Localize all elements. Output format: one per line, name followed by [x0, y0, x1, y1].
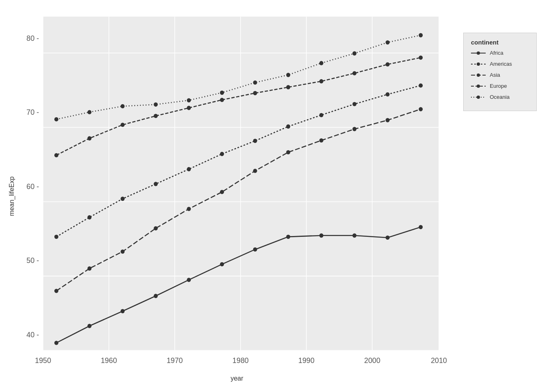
svg-point-66 — [220, 98, 224, 102]
legend-item-americas: Americas — [471, 61, 529, 67]
svg-point-65 — [187, 106, 191, 110]
svg-point-52 — [154, 226, 158, 230]
svg-point-77 — [187, 98, 191, 102]
svg-point-73 — [54, 117, 58, 121]
svg-text:1950: 1950 — [35, 356, 51, 365]
svg-point-47 — [386, 92, 390, 96]
svg-point-72 — [419, 56, 423, 60]
legend-label-asia: Asia — [490, 72, 500, 78]
svg-point-69 — [319, 79, 324, 83]
svg-point-63 — [121, 122, 125, 127]
svg-point-26 — [87, 324, 92, 328]
svg-point-41 — [187, 167, 191, 171]
svg-point-29 — [187, 278, 191, 282]
chart-and-legend: 1950 1960 1970 1980 1990 2000 2010 40 - … — [19, 8, 541, 384]
svg-point-80 — [286, 73, 290, 77]
svg-point-38 — [87, 215, 92, 219]
svg-text:70 -: 70 - — [27, 108, 39, 116]
svg-point-74 — [87, 110, 92, 114]
legend-item-africa: Africa — [471, 50, 529, 56]
svg-point-55 — [253, 169, 257, 173]
chart-svg: 1950 1960 1970 1980 1990 2000 2010 40 - … — [19, 8, 455, 372]
svg-point-33 — [319, 234, 324, 238]
svg-point-83 — [386, 40, 390, 45]
svg-point-51 — [121, 249, 125, 254]
svg-point-82 — [353, 51, 357, 56]
legend-item-europe: Europe — [471, 83, 529, 89]
legend-label-africa: Africa — [490, 50, 503, 56]
legend-item-asia: Asia — [471, 72, 529, 78]
svg-point-27 — [121, 309, 125, 313]
svg-point-25 — [54, 341, 58, 345]
svg-point-57 — [319, 138, 324, 143]
svg-point-67 — [253, 91, 257, 95]
svg-point-50 — [87, 266, 92, 270]
svg-point-62 — [87, 136, 92, 140]
svg-point-94 — [477, 96, 480, 99]
svg-point-53 — [187, 207, 191, 211]
svg-point-92 — [477, 85, 480, 88]
svg-point-88 — [477, 62, 480, 66]
svg-text:1990: 1990 — [298, 356, 315, 365]
svg-point-81 — [319, 61, 324, 65]
svg-point-76 — [154, 102, 158, 107]
svg-point-36 — [419, 225, 423, 229]
svg-point-43 — [253, 139, 257, 143]
legend: continent Africa — [463, 33, 537, 111]
svg-point-71 — [386, 62, 390, 66]
svg-text:1980: 1980 — [232, 356, 249, 365]
svg-point-68 — [286, 85, 290, 89]
svg-text:60 -: 60 - — [27, 183, 39, 191]
legend-label-europe: Europe — [490, 83, 507, 89]
legend-label-oceania: Oceania — [490, 94, 509, 100]
legend-item-oceania: Oceania — [471, 94, 529, 100]
europe-line-icon — [471, 83, 486, 89]
svg-point-45 — [319, 113, 324, 117]
legend-label-americas: Americas — [490, 61, 512, 67]
svg-text:1960: 1960 — [101, 356, 117, 365]
svg-point-48 — [419, 83, 423, 87]
svg-point-32 — [286, 235, 290, 239]
y-axis-label: mean_lifeExp — [8, 176, 16, 216]
chart-wrapper: mean_lifeExp — [8, 8, 541, 384]
svg-point-30 — [220, 262, 224, 266]
svg-text:50 -: 50 - — [27, 256, 39, 265]
svg-point-42 — [220, 152, 224, 156]
svg-point-37 — [54, 235, 58, 239]
x-axis-label: year — [19, 372, 455, 384]
svg-point-31 — [253, 247, 257, 252]
svg-point-90 — [477, 74, 480, 77]
svg-point-39 — [121, 197, 125, 201]
svg-point-61 — [54, 153, 58, 157]
svg-point-35 — [386, 236, 390, 240]
svg-point-60 — [419, 107, 423, 111]
americas-line-icon — [471, 61, 486, 67]
legend-title: continent — [471, 39, 529, 46]
chart-container: mean_lifeExp — [0, 0, 549, 392]
svg-text:80 -: 80 - — [27, 34, 39, 42]
plot-area-wrapper: 1950 1960 1970 1980 1990 2000 2010 40 - … — [19, 8, 455, 384]
svg-point-28 — [154, 294, 158, 298]
svg-text:2010: 2010 — [431, 356, 447, 365]
svg-point-40 — [154, 182, 158, 186]
svg-text:2000: 2000 — [364, 356, 380, 365]
svg-text:40 -: 40 - — [27, 331, 39, 339]
svg-point-78 — [220, 91, 224, 95]
svg-point-79 — [253, 80, 257, 85]
svg-point-49 — [54, 289, 58, 293]
svg-point-75 — [121, 104, 125, 108]
svg-point-70 — [353, 71, 357, 75]
svg-point-44 — [286, 125, 290, 129]
svg-point-56 — [286, 150, 290, 154]
africa-line-icon — [471, 50, 486, 56]
svg-point-46 — [353, 102, 357, 106]
svg-text:1970: 1970 — [167, 356, 183, 365]
oceania-line-icon — [471, 94, 486, 100]
asia-line-icon — [471, 72, 486, 78]
svg-point-54 — [220, 190, 224, 194]
svg-point-64 — [154, 114, 158, 118]
plot-area: 1950 1960 1970 1980 1990 2000 2010 40 - … — [19, 8, 455, 372]
svg-point-59 — [386, 118, 390, 122]
svg-point-34 — [353, 234, 357, 238]
svg-point-58 — [353, 127, 357, 131]
